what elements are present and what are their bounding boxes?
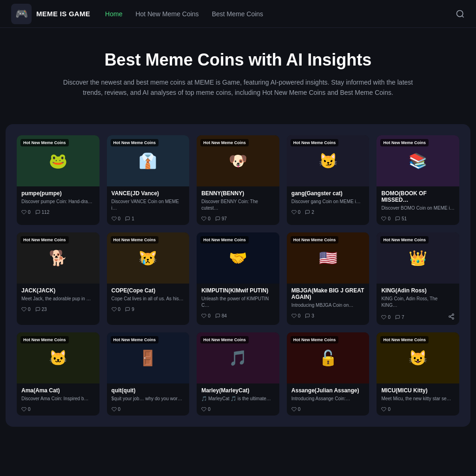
card-body: BENNY(BENNY) Discover BENNY Coin: The cu… — [197, 186, 279, 214]
card-body: gang(Gangster cat) Discover gang Coin on… — [287, 186, 370, 208]
card-image: 🐱 Hot New Meme Coins — [17, 332, 99, 383]
card-description: 🎵 MarleyCat 🎵 is the ultimate… — [201, 396, 275, 402]
card-body: pumpe(pumpe) Discover pumpe Coin: Hand-d… — [17, 186, 99, 208]
card-kimputin[interactable]: 🤝 Hot New Meme Coins KIMPUTIN(KIMwif PUT… — [197, 232, 279, 325]
card-title: gang(Gangster cat) — [291, 190, 365, 197]
heart-icon — [291, 407, 297, 412]
card-title: BOMO(BOOK OF MISSED… — [381, 190, 455, 203]
card-assange[interactable]: 🔓 Hot New Meme Coins Assange(Julian Assa… — [287, 332, 370, 416]
card-body: JACK(JACK) Meet Jack, the adorable pup i… — [17, 284, 99, 305]
card-description: Meet Micu, the new kitty star se… — [381, 396, 455, 402]
heart-icon — [201, 313, 206, 318]
nav-links: Home Hot New Meme Coins Best Meme Coins — [105, 10, 263, 18]
card-bomo[interactable]: 📚 Hot New Meme Coins BOMO(BOOK OF MISSED… — [377, 135, 459, 225]
card-badge: Hot New Meme Coins — [200, 336, 249, 344]
card-description: Introducing Assange Coin:… — [291, 396, 365, 402]
card-ama[interactable]: 🐱 Hot New Meme Coins Ama(Ama Cat) Discov… — [17, 332, 99, 416]
heart-icon — [291, 313, 297, 318]
card-micu[interactable]: 😺 Hot New Meme Coins MICU(MICU Kitty) Me… — [377, 332, 459, 416]
nav-home[interactable]: Home — [105, 10, 122, 18]
card-image: 🇺🇸 Hot New Meme Coins — [287, 232, 370, 284]
card-body: Ama(Ama Cat) Discover Ama Coin: Inspired… — [17, 383, 99, 405]
card-description: Discover VANCE Coin on MEME i… — [112, 198, 185, 212]
card-body: KIMPUTIN(KIMwif PUTIN) Unleash the power… — [197, 284, 279, 311]
card-image: 🐕 Hot New Meme Coins — [17, 232, 99, 284]
heart-icon — [381, 407, 386, 412]
card-likes-stat: 0 — [201, 407, 211, 412]
card-badge: Hot New Meme Coins — [111, 336, 159, 344]
card-pumpe[interactable]: 🐸 Hot New Meme Coins pumpe(pumpe) Discov… — [17, 135, 99, 225]
card-footer: 0 23 — [17, 305, 99, 316]
card-description: Discover BOMO Coin on MEME i… — [381, 205, 455, 212]
card-footer: 0 2 — [287, 208, 370, 218]
svg-line-6 — [450, 315, 452, 316]
card-benny[interactable]: 🐶 Hot New Meme Coins BENNY(BENNY) Discov… — [197, 135, 279, 225]
card-body: VANCE(JD Vance) Discover VANCE Coin on M… — [107, 186, 190, 214]
logo-link[interactable]: 🎮 MEME IS GAME — [11, 4, 90, 24]
card-description: Introducing MBJGA Coin on… — [291, 302, 365, 309]
hero-title: Best Meme Coins with AI Insights — [11, 50, 465, 70]
card-likes-stat: 0 — [112, 407, 121, 412]
cards-grid: 🐸 Hot New Meme Coins pumpe(pumpe) Discov… — [17, 135, 459, 416]
cards-grid-container: 🐸 Hot New Meme Coins pumpe(pumpe) Discov… — [6, 124, 470, 427]
card-description: Discover gang Coin on MEME i… — [291, 198, 365, 205]
heart-icon — [21, 210, 26, 215]
nav-hot-meme-coins[interactable]: Hot New Meme Coins — [135, 10, 198, 18]
card-quit[interactable]: 🚪 Hot New Meme Coins quit(quit) $quit yo… — [107, 332, 190, 416]
card-title: BENNY(BENNY) — [201, 190, 275, 197]
comment-icon — [215, 313, 220, 318]
nav-best-meme-coins[interactable]: Best Meme Coins — [212, 10, 263, 18]
navbar: 🎮 MEME IS GAME Home Hot New Meme Coins B… — [0, 0, 476, 28]
card-vance[interactable]: 👔 Hot New Meme Coins VANCE(JD Vance) Dis… — [107, 135, 190, 225]
card-marley[interactable]: 🎵 Hot New Meme Coins Marley(MarleyCat) 🎵… — [197, 332, 279, 416]
card-body: MICU(MICU Kitty) Meet Micu, the new kitt… — [377, 383, 459, 405]
logo-icon: 🎮 — [11, 4, 32, 24]
card-image: 👔 Hot New Meme Coins — [107, 135, 190, 186]
card-likes-stat: 0 — [112, 216, 121, 221]
comment-icon — [395, 315, 400, 320]
card-title: Ama(Ama Cat) — [21, 387, 95, 394]
card-image: 🤝 Hot New Meme Coins — [197, 232, 279, 284]
hero-description: Discover the newest and best meme coins … — [57, 77, 419, 98]
card-badge: Hot New Meme Coins — [20, 336, 69, 344]
card-footer: 0 97 — [197, 214, 279, 225]
comment-icon — [395, 216, 400, 221]
card-title: KIMPUTIN(KIMwif PUTIN) — [201, 287, 275, 294]
card-gang[interactable]: 😼 Hot New Meme Coins gang(Gangster cat) … — [287, 135, 370, 225]
card-title: pumpe(pumpe) — [21, 190, 95, 197]
card-cope[interactable]: 😿 Hot New Meme Coins COPE(Cope Cat) Cope… — [107, 232, 190, 325]
card-image: 👑 Hot New Meme Coins — [377, 232, 459, 284]
card-likes-stat: 0 — [381, 216, 390, 221]
card-mbjga[interactable]: 🇺🇸 Hot New Meme Coins MBJGA(Make BIG J G… — [287, 232, 370, 325]
svg-point-0 — [457, 10, 463, 16]
card-footer: 0 1 — [107, 214, 190, 225]
logo-text: MEME IS GAME — [36, 10, 90, 18]
card-comments-stat: 1 — [125, 216, 134, 221]
card-footer: 0 51 — [377, 214, 459, 225]
svg-line-5 — [450, 317, 452, 318]
comment-icon — [35, 307, 40, 312]
card-image: 🚪 Hot New Meme Coins — [107, 332, 190, 383]
card-title: Assange(Julian Assange) — [291, 387, 365, 394]
card-likes-stat: 0 — [112, 307, 121, 312]
card-jack[interactable]: 🐕 Hot New Meme Coins JACK(JACK) Meet Jac… — [17, 232, 99, 325]
card-title: VANCE(JD Vance) — [112, 190, 185, 197]
card-likes-stat: 0 — [291, 210, 301, 215]
heart-icon — [112, 307, 117, 312]
card-comments-stat: 112 — [35, 210, 50, 215]
card-body: Assange(Julian Assange) Introducing Assa… — [287, 383, 370, 405]
card-badge: Hot New Meme Coins — [291, 236, 339, 244]
card-body: KING(Adin Ross) KING Coin, Adin Ross, Th… — [377, 284, 459, 311]
search-icon — [456, 9, 465, 19]
card-footer: 0 3 — [287, 311, 370, 322]
heart-icon — [381, 315, 386, 320]
card-image: 🐶 Hot New Meme Coins — [197, 135, 279, 186]
share-button[interactable] — [448, 313, 455, 321]
search-button[interactable] — [456, 9, 465, 19]
card-comments-stat: 23 — [35, 307, 47, 312]
card-comments-stat: 3 — [305, 313, 314, 318]
card-body: MBJGA(Make BIG J GREAT AGAIN) Introducin… — [287, 284, 370, 311]
card-badge: Hot New Meme Coins — [20, 236, 69, 244]
card-likes-stat: 0 — [381, 407, 390, 412]
card-king[interactable]: 👑 Hot New Meme Coins KING(Adin Ross) KIN… — [377, 232, 459, 325]
